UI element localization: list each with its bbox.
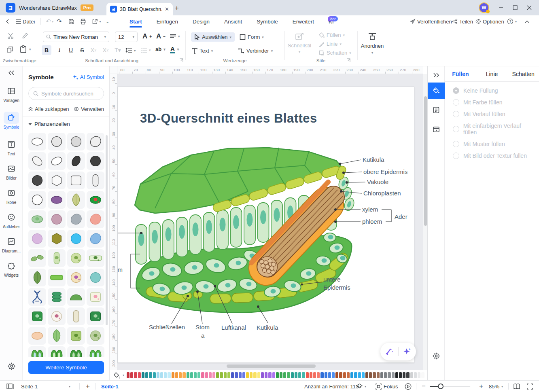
- tab-close-icon[interactable]: ✕: [165, 6, 169, 12]
- color-swatch[interactable]: [347, 372, 350, 378]
- symbol-tile-cell-organelles-tan[interactable]: [67, 269, 85, 286]
- color-swatch[interactable]: [231, 372, 234, 378]
- symbol-tile-rect-cell-sketch[interactable]: [67, 172, 85, 189]
- presentation-panel-tab[interactable]: [428, 121, 445, 138]
- symbol-tile-cell-organelles-light[interactable]: [87, 288, 104, 306]
- radio-icon[interactable]: [453, 87, 459, 94]
- symbol-tile-cell-chain-green[interactable]: [48, 269, 66, 286]
- symbol-search[interactable]: [28, 87, 104, 100]
- color-swatch[interactable]: [354, 372, 357, 378]
- label-kutikula-bottom[interactable]: Kutikula: [257, 324, 278, 331]
- format-painter-icon[interactable]: [21, 32, 28, 40]
- symbol-tile-nucleus-cell-green[interactable]: [67, 249, 85, 267]
- new-tab-button[interactable]: +: [175, 4, 179, 12]
- color-swatch[interactable]: [287, 372, 290, 378]
- menu-tab-ansicht[interactable]: Ansicht: [223, 19, 244, 25]
- bucket-dropdown-chevron[interactable]: ▾: [123, 373, 124, 377]
- text-style-button[interactable]: T▾: [113, 45, 123, 55]
- symbol-tile-mitochondrium-purple[interactable]: [48, 191, 66, 209]
- menu-tab-erweitert[interactable]: Erweitert: [291, 19, 316, 25]
- increase-font-icon[interactable]: A+: [142, 32, 152, 40]
- color-swatch[interactable]: [130, 372, 133, 378]
- sidebar-item-text[interactable]: Text: [2, 138, 21, 156]
- fill-option-0[interactable]: Keine Füllung: [453, 87, 535, 94]
- pagemap-button[interactable]: [513, 384, 520, 390]
- symbol-tile-bean-cell-sketch[interactable]: [87, 133, 104, 150]
- color-swatch[interactable]: [317, 372, 320, 378]
- color-swatch[interactable]: [224, 372, 227, 378]
- color-swatch[interactable]: [358, 372, 361, 378]
- color-swatch[interactable]: [172, 372, 174, 378]
- symbol-tile-tissue-block-green[interactable]: [67, 327, 85, 345]
- tab-linie[interactable]: Linie: [476, 71, 508, 77]
- note-panel-tab[interactable]: [428, 102, 445, 118]
- fill-option-3[interactable]: Mit einfarbigem Verlauf füllen: [453, 123, 535, 136]
- symbol-tile-leaf-light-green[interactable]: [48, 327, 66, 345]
- tab-fuellen[interactable]: Füllen: [445, 71, 476, 77]
- manage-symbols-button[interactable]: Verwalten: [74, 106, 104, 112]
- color-swatch[interactable]: [142, 372, 144, 378]
- color-swatch[interactable]: [373, 372, 376, 378]
- symbol-tile-seed-dark-sketch[interactable]: [67, 152, 85, 170]
- ai-assistant-pill[interactable]: [380, 343, 416, 360]
- text-tool-button[interactable]: Text▾: [192, 48, 213, 54]
- menu-tab-einfuegen[interactable]: Einfügen: [155, 19, 180, 25]
- subscript-button[interactable]: X2: [101, 45, 110, 55]
- layers-button[interactable]: ▾: [356, 384, 366, 389]
- radio-icon[interactable]: [453, 153, 459, 159]
- magic-wand-icon[interactable]: [385, 347, 394, 356]
- menu-tab-symbole[interactable]: Symbole: [255, 19, 280, 25]
- label-chloroplasten[interactable]: Chloroplasten: [363, 190, 401, 197]
- sidebar-item-symbole[interactable]: Symbole: [2, 112, 21, 129]
- symbol-tile-pollen-spiky-sketch[interactable]: [48, 133, 66, 150]
- fill-option-4[interactable]: Mit Muster füllen: [453, 141, 535, 147]
- color-swatch[interactable]: [350, 372, 353, 378]
- tab-schatten[interactable]: Schatten: [507, 71, 539, 77]
- color-swatch[interactable]: [362, 372, 365, 378]
- cut-icon[interactable]: [7, 32, 15, 40]
- color-swatch[interactable]: [187, 372, 189, 378]
- radio-icon[interactable]: [453, 111, 459, 117]
- add-page-button[interactable]: +: [86, 382, 90, 390]
- sidebar-item-widgets[interactable]: Widgets: [2, 260, 21, 278]
- align-button[interactable]: ▾: [170, 34, 180, 39]
- font-family-select[interactable]: Times New Roman ▾: [43, 32, 109, 42]
- color-swatch[interactable]: [145, 372, 148, 378]
- page-tab-seite-1[interactable]: Seite-1: [101, 384, 119, 390]
- symbol-tile-disc-teal[interactable]: [87, 269, 104, 286]
- styles-group-expand-icon[interactable]: [346, 58, 350, 62]
- horizontal-scrollbar-thumb[interactable]: [227, 364, 316, 368]
- color-swatch[interactable]: [235, 372, 238, 378]
- strikethrough-button[interactable]: S: [77, 45, 87, 55]
- color-swatch[interactable]: [283, 372, 286, 378]
- symbols-scrollbar[interactable]: [106, 135, 108, 325]
- color-swatch[interactable]: [160, 372, 163, 378]
- symbol-tile-pear-cell-sketch[interactable]: [28, 152, 46, 170]
- document-tab[interactable]: Ǝ 3D Blatt Querschn... ✕: [106, 3, 173, 15]
- color-swatch[interactable]: [220, 372, 223, 378]
- fill-style-button[interactable]: Füllen▾: [319, 32, 345, 38]
- color-swatch[interactable]: [134, 372, 137, 378]
- superscript-button[interactable]: X2: [89, 45, 98, 55]
- color-swatch[interactable]: [418, 372, 420, 378]
- color-swatch[interactable]: [242, 372, 245, 378]
- color-swatch[interactable]: [257, 372, 260, 378]
- color-swatch[interactable]: [261, 372, 264, 378]
- symbol-tile-vertical-cell[interactable]: [67, 307, 85, 325]
- color-swatch[interactable]: [406, 372, 409, 378]
- share-button[interactable]: Teilen: [452, 19, 473, 25]
- color-swatch[interactable]: [179, 372, 182, 378]
- color-swatch[interactable]: [306, 372, 309, 378]
- color-swatch[interactable]: [295, 372, 297, 378]
- symbol-tile-stoma-pair-1[interactable]: [28, 346, 46, 357]
- leaf-diagram[interactable]: 3D-Querschnitt eines Blattes: [118, 87, 415, 363]
- label-untere-2[interactable]: Epidermis: [323, 284, 350, 291]
- symbol-tile-leaf-green[interactable]: [28, 269, 46, 286]
- fill-option-1[interactable]: Mit Farbe füllen: [453, 99, 535, 106]
- focus-button[interactable]: Fokus: [376, 384, 398, 390]
- symbol-tile-tissue-strip-green[interactable]: [87, 249, 104, 267]
- symbol-tile-angular-cell-sketch[interactable]: [48, 172, 66, 189]
- color-swatch[interactable]: [377, 372, 380, 378]
- label-phloem[interactable]: phloem: [362, 218, 382, 225]
- color-swatch[interactable]: [380, 372, 383, 378]
